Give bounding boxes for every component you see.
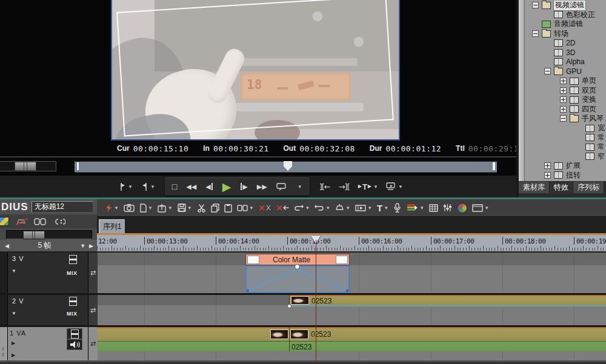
play-around-dropdown-caret[interactable]: ▼ (373, 184, 378, 190)
expand-icon[interactable] (544, 172, 551, 179)
tree-item-transform[interactable]: 变换 (525, 95, 606, 105)
tree-item-double-page[interactable]: 双页 (525, 85, 606, 95)
timeline-ruler[interactable]: 12:00 00:00:13:00 00:00:14:00 00:00:15:0… (97, 233, 606, 251)
timeline-zoom-grip[interactable] (23, 231, 45, 239)
tree-item-four-page[interactable]: 四页 (525, 105, 606, 114)
tree-item-gpu[interactable]: GPU (525, 67, 606, 76)
keyframe-handle[interactable] (287, 304, 291, 308)
stop-button[interactable]: □ (172, 179, 177, 194)
collapse-icon[interactable] (544, 68, 551, 74)
opacity-rubber-band[interactable] (289, 305, 606, 306)
title-button[interactable]: T▼ (377, 200, 388, 215)
expand-icon[interactable] (560, 78, 567, 84)
tree-item-accordion[interactable]: 手风琴 (525, 114, 606, 124)
cut-button[interactable] (197, 200, 206, 215)
video-track-icon[interactable] (69, 297, 77, 306)
effects-lightning-button[interactable]: ▼ (104, 200, 119, 215)
track-3v-mixer-lane[interactable] (97, 265, 606, 293)
timescale-value[interactable]: 5 帧 (9, 240, 80, 251)
tree-item-extend[interactable]: 扩展 (525, 161, 606, 171)
goto-out-button[interactable]: →][ (339, 179, 350, 194)
import-button[interactable]: ▼ (158, 200, 173, 215)
expand-icon[interactable] (544, 162, 551, 169)
tree-item-normal-2[interactable]: 常 (525, 142, 606, 152)
loop-dropdown-caret[interactable]: ▼ (298, 184, 302, 190)
color-wheel-button[interactable] (457, 200, 467, 215)
timescale-decrease-arrow[interactable]: ◀ (5, 243, 9, 249)
save-button[interactable]: ▼ (178, 200, 192, 215)
loop-playback-button[interactable] (276, 179, 287, 194)
track-expand-caret[interactable]: ▼ (12, 311, 16, 316)
goto-in-button[interactable]: ][← (319, 179, 330, 194)
track-2v-mixer-lane[interactable] (97, 305, 606, 325)
audio-mixer-button[interactable] (443, 200, 452, 215)
track-header-1va[interactable]: 1 2 1 VA ▶ ▶ ⇄ (0, 327, 97, 360)
clip-in-handle[interactable] (247, 256, 259, 264)
collapse-icon[interactable] (560, 115, 567, 122)
palette-vertical-scrollbar[interactable] (519, 0, 525, 181)
collapse-icon[interactable] (532, 2, 539, 8)
tree-item-3d[interactable]: 3D (525, 48, 606, 58)
tree-item-transitions[interactable]: 转场 (525, 29, 606, 39)
tab-sequence-marker[interactable]: 序列标 (573, 182, 604, 193)
track-header-2v[interactable]: 2 V ▼ MIX ⇄ (0, 295, 97, 325)
clip-1va-audio[interactable]: 02523 (97, 341, 606, 351)
clip-2v-02523[interactable]: 02523 (289, 295, 606, 305)
tree-item-alpha[interactable]: Alpha (525, 58, 606, 67)
clip-out-handle[interactable] (336, 256, 348, 264)
clip-mode-button[interactable] (0, 217, 9, 226)
grid-table-button[interactable] (429, 200, 438, 215)
mark-out-button[interactable] (141, 179, 148, 194)
timeline-zoom-track[interactable] (6, 230, 92, 239)
shuttle-speed-grip[interactable] (15, 162, 36, 171)
playhead-line[interactable] (316, 240, 316, 364)
tree-item-twist[interactable]: 扭转 (525, 171, 606, 180)
mark-out-dropdown-caret[interactable]: ▼ (150, 184, 155, 190)
sync-lock-button[interactable] (53, 218, 65, 225)
new-sequence-button[interactable]: ▼ (139, 200, 153, 215)
ripple-cut-button[interactable]: ✕ (259, 200, 271, 215)
sync-lock-icon[interactable]: ⇄ (88, 327, 98, 360)
tree-item-normal[interactable]: 常 (525, 133, 606, 142)
previous-frame-button[interactable]: ◀ (205, 179, 213, 194)
subtrack-expand-caret[interactable]: ▶ (12, 352, 15, 358)
export-deck-button[interactable] (385, 179, 396, 194)
project-title[interactable]: 无标题12 (32, 201, 93, 213)
sync-lock-icon[interactable]: ⇄ (88, 295, 98, 325)
tab-asset-bin[interactable]: 素材库 (519, 182, 550, 193)
ripple-mode-button[interactable] (16, 217, 27, 225)
paste-button[interactable] (224, 200, 232, 215)
insert-between-button[interactable]: ▼ (237, 200, 254, 215)
timescale-increase-arrow[interactable]: ▶ (89, 243, 93, 249)
render-button[interactable]: ▼ (406, 200, 424, 215)
next-frame-button[interactable]: ▶ (240, 179, 247, 194)
insert-overwrite-toggle[interactable] (34, 218, 46, 225)
match-frame-button[interactable] (124, 200, 135, 215)
export-deck-dropdown-caret[interactable]: ▼ (398, 184, 403, 190)
play-around-cursor-button[interactable]: ▶ T ▶ (358, 179, 371, 194)
ripple-delete-button[interactable]: ✕ (276, 200, 290, 215)
sync-lock-icon[interactable]: ⇄ (88, 253, 98, 293)
expand-icon[interactable] (560, 87, 567, 94)
mark-in-dropdown-caret[interactable]: ▼ (128, 184, 133, 190)
tab-sequence-1[interactable]: 序列1 (99, 219, 125, 234)
tree-item-color-correction[interactable]: 色彩校正 (525, 10, 606, 20)
play-button[interactable]: ▶ (222, 179, 231, 194)
expand-icon[interactable] (560, 106, 567, 113)
window-layout-button[interactable]: ▼ (472, 200, 489, 215)
track-3v-clip-lane[interactable] (97, 253, 606, 265)
tree-item-narrow[interactable]: 窄 (525, 152, 606, 162)
tab-effects[interactable]: 特效 (550, 182, 573, 193)
video-track-icon[interactable] (69, 255, 77, 264)
copy-button[interactable] (211, 200, 219, 215)
track-1va-mixer-lane[interactable] (97, 351, 606, 360)
add-cut-button[interactable]: ▼ (335, 200, 350, 215)
opacity-apex-keyframe[interactable] (295, 264, 300, 270)
fast-forward-button[interactable]: ▶▶ (257, 179, 267, 194)
video-enable-box[interactable] (67, 328, 82, 339)
mixer-label[interactable]: MIX (67, 311, 78, 317)
tree-item-single-page[interactable]: 单页 (525, 76, 606, 86)
voiceover-button[interactable] (393, 200, 401, 215)
track-expand-caret[interactable]: ▶ (12, 340, 15, 346)
tree-item-wide[interactable]: 宽 (525, 124, 606, 133)
